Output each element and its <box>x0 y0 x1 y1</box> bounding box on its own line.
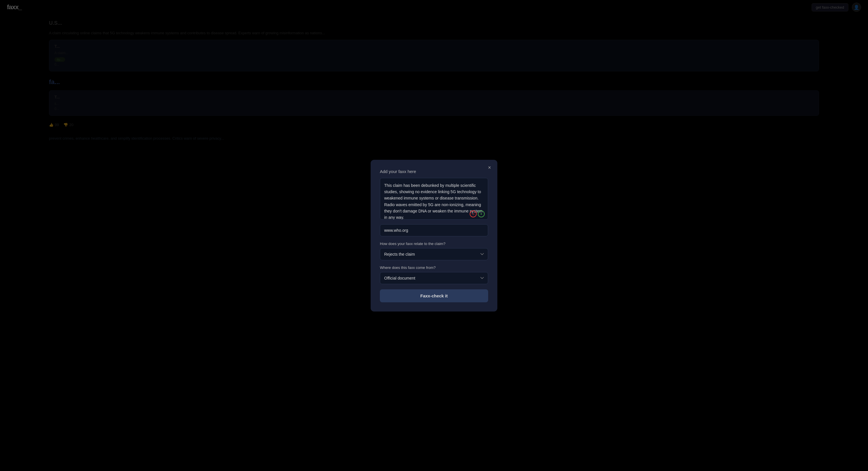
modal-title: Add your faxx here <box>380 169 488 174</box>
modal-close-button[interactable]: × <box>486 164 493 171</box>
target-icon: ◎ <box>470 211 476 217</box>
textarea-icons: ◎ ● <box>470 211 485 217</box>
url-input[interactable] <box>380 224 488 237</box>
chat-icon: ● <box>478 211 485 217</box>
relation-label: How does your faxx relate to the claim? <box>380 242 488 246</box>
source-select[interactable]: Official document News article Research … <box>380 272 488 284</box>
relation-select[interactable]: Rejects the claim Supports the claim Neu… <box>380 248 488 260</box>
modal-overlay: × Add your faxx here ◎ ● How does your f… <box>0 0 868 471</box>
source-label: Where does this faxx come from? <box>380 265 488 270</box>
faxx-modal: × Add your faxx here ◎ ● How does your f… <box>371 160 497 312</box>
textarea-wrapper: ◎ ● <box>380 178 488 221</box>
submit-button[interactable]: Faxx-check it <box>380 289 488 302</box>
